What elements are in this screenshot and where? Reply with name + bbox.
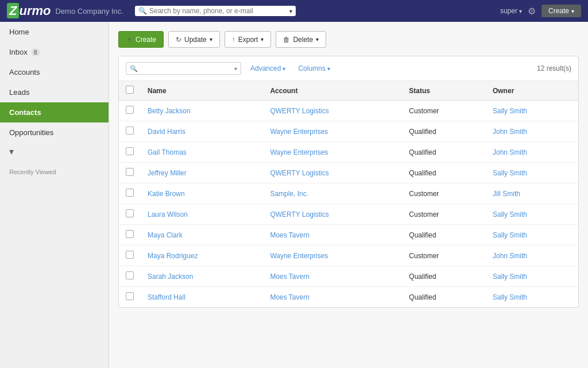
action-toolbar: ＋ Create ↻ Update ▾ ↑ Export ▾ 🗑 Delete … <box>118 31 579 48</box>
row-status: Customer <box>402 101 486 121</box>
search-icon: 🔍 <box>138 7 147 15</box>
row-owner: Sally Smith <box>486 225 578 246</box>
row-name[interactable]: Maya Clark <box>141 225 263 246</box>
row-status: Qualified <box>402 163 486 183</box>
row-status: Customer <box>402 246 486 266</box>
table-row: Betty Jackson QWERTY Logistics Customer … <box>119 101 578 121</box>
sidebar-item-inbox[interactable]: Inbox 8 <box>0 42 109 62</box>
settings-icon[interactable]: ⚙ <box>528 6 536 17</box>
table-row: Stafford Hall Moes Tavern Qualified Sall… <box>119 287 578 308</box>
table-row: Gail Thomas Wayne Enterprises Qualified … <box>119 142 578 163</box>
select-all-checkbox[interactable] <box>126 86 134 94</box>
company-name: Demo Company Inc. <box>55 7 123 16</box>
row-checkbox-cell[interactable] <box>119 163 141 183</box>
row-account[interactable]: Moes Tavern <box>263 225 402 246</box>
row-checkbox-cell[interactable] <box>119 225 141 246</box>
row-checkbox-cell[interactable] <box>119 246 141 266</box>
logo: Zurmo <box>7 3 51 18</box>
row-name[interactable]: Maya Rodriguez <box>141 246 263 266</box>
columns-button[interactable]: Columns ▾ <box>295 63 333 74</box>
row-account[interactable]: Moes Tavern <box>263 266 402 287</box>
row-checkbox-cell[interactable] <box>119 121 141 142</box>
row-account[interactable]: Sample, Inc. <box>263 183 402 204</box>
row-checkbox[interactable] <box>126 209 134 217</box>
col-status[interactable]: Status <box>402 81 486 101</box>
table-search-dropdown-icon[interactable]: ▾ <box>234 66 237 72</box>
row-account[interactable]: Wayne Enterprises <box>263 142 402 163</box>
col-name[interactable]: Name <box>141 81 263 101</box>
sidebar-item-home[interactable]: Home <box>0 22 109 42</box>
inbox-badge: 8 <box>31 48 40 56</box>
row-checkbox[interactable] <box>126 230 134 238</box>
export-icon: ↑ <box>232 36 235 44</box>
row-name[interactable]: Betty Jackson <box>141 101 263 121</box>
create-top-button[interactable]: Create ▾ <box>541 5 581 17</box>
row-name[interactable]: Gail Thomas <box>141 142 263 163</box>
search-input[interactable] <box>149 7 287 15</box>
row-checkbox-cell[interactable] <box>119 101 141 121</box>
row-checkbox[interactable] <box>126 251 134 259</box>
create-button[interactable]: ＋ Create <box>118 31 164 48</box>
table-row: Maya Rodriguez Wayne Enterprises Custome… <box>119 246 578 266</box>
row-checkbox-cell[interactable] <box>119 266 141 287</box>
row-checkbox[interactable] <box>126 168 134 176</box>
row-owner: John Smith <box>486 246 578 266</box>
table-row: Maya Clark Moes Tavern Qualified Sally S… <box>119 225 578 246</box>
col-account[interactable]: Account <box>263 81 402 101</box>
export-button[interactable]: ↑ Export ▾ <box>225 31 272 48</box>
advanced-filter-button[interactable]: Advanced ▾ <box>247 63 289 74</box>
row-name[interactable]: Sarah Jackson <box>141 266 263 287</box>
col-owner[interactable]: Owner <box>486 81 578 101</box>
row-account[interactable]: Wayne Enterprises <box>263 246 402 266</box>
row-account[interactable]: QWERTY Logistics <box>263 163 402 183</box>
row-owner: Sally Smith <box>486 101 578 121</box>
table-search-input[interactable] <box>140 64 232 72</box>
row-account[interactable]: Wayne Enterprises <box>263 121 402 142</box>
row-status: Qualified <box>402 121 486 142</box>
logo-area: Zurmo Demo Company Inc. <box>7 3 123 18</box>
row-owner: Sally Smith <box>486 287 578 308</box>
row-checkbox[interactable] <box>126 147 134 155</box>
row-checkbox-cell[interactable] <box>119 142 141 163</box>
row-name[interactable]: Stafford Hall <box>141 287 263 308</box>
row-name[interactable]: Katie Brown <box>141 183 263 204</box>
row-checkbox[interactable] <box>126 271 134 279</box>
row-checkbox-cell[interactable] <box>119 183 141 204</box>
recently-viewed-label: Recently Viewed <box>0 163 109 181</box>
select-all-header[interactable] <box>119 81 141 101</box>
row-checkbox[interactable] <box>126 292 134 300</box>
row-checkbox[interactable] <box>126 106 134 114</box>
search-dropdown-icon[interactable]: ▾ <box>289 8 292 14</box>
row-name[interactable]: Laura Wilson <box>141 204 263 225</box>
row-account[interactable]: QWERTY Logistics <box>263 101 402 121</box>
row-checkbox[interactable] <box>126 126 134 135</box>
row-owner: Sally Smith <box>486 163 578 183</box>
sidebar-more-button[interactable]: ▾ <box>0 143 109 160</box>
row-name[interactable]: Jeffrey Miller <box>141 163 263 183</box>
row-checkbox-cell[interactable] <box>119 287 141 308</box>
row-checkbox-cell[interactable] <box>119 204 141 225</box>
row-checkbox[interactable] <box>126 189 134 197</box>
row-owner: John Smith <box>486 121 578 142</box>
top-search-bar[interactable]: 🔍 ▾ <box>135 6 296 16</box>
update-button[interactable]: ↻ Update ▾ <box>168 31 220 48</box>
top-nav: Zurmo Demo Company Inc. 🔍 ▾ super ▾ ⚙ Cr… <box>0 0 588 22</box>
row-name[interactable]: David Harris <box>141 121 263 142</box>
sidebar-item-accounts[interactable]: Accounts <box>0 62 109 82</box>
sidebar: Home Inbox 8 Accounts Leads Contacts Opp… <box>0 22 109 368</box>
sidebar-item-opportunities[interactable]: Opportunities <box>0 122 109 143</box>
update-dropdown-icon: ▾ <box>210 36 212 43</box>
table-search[interactable]: 🔍 ▾ <box>126 62 241 75</box>
table-search-icon: 🔍 <box>130 65 138 72</box>
trash-icon: 🗑 <box>283 36 290 44</box>
user-menu-button[interactable]: super ▾ <box>500 7 522 15</box>
sidebar-item-contacts[interactable]: Contacts <box>0 102 109 122</box>
row-account[interactable]: QWERTY Logistics <box>263 204 402 225</box>
row-status: Customer <box>402 183 486 204</box>
table-row: Laura Wilson QWERTY Logistics Customer S… <box>119 204 578 225</box>
main-content: ＋ Create ↻ Update ▾ ↑ Export ▾ 🗑 Delete … <box>109 22 588 368</box>
user-dropdown-icon: ▾ <box>519 8 522 14</box>
sidebar-item-leads[interactable]: Leads <box>0 82 109 102</box>
delete-button[interactable]: 🗑 Delete ▾ <box>276 31 326 48</box>
row-account[interactable]: Moes Tavern <box>263 287 402 308</box>
